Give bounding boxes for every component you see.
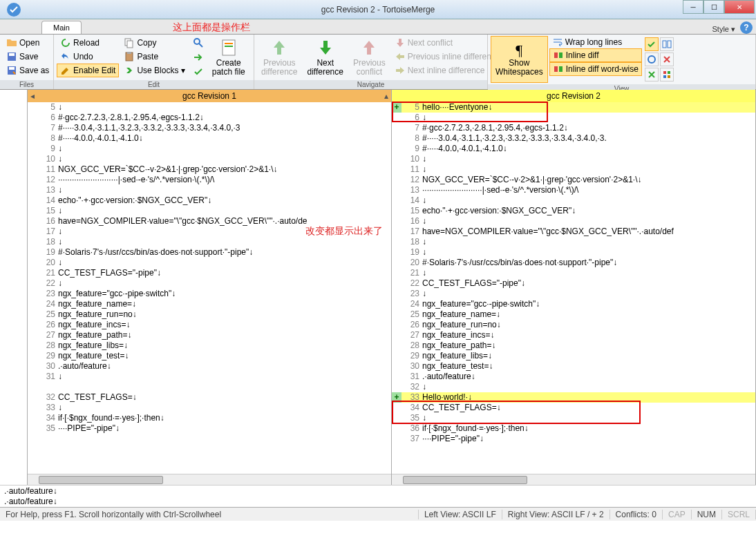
code-line[interactable]: 29ngx_feature_libs=↓	[392, 351, 755, 361]
code-line[interactable]: 17have=NGX_COMPILER·value="\"gcc·$NGX_GC…	[392, 227, 755, 237]
left-content[interactable]: 5↓6#·gcc·2.7.2.3,·2.8.1,·2.95.4,·egcs-1.…	[28, 102, 391, 474]
wrap-lines-toggle[interactable]: Wrap long lines	[549, 36, 642, 48]
code-line[interactable]: 26ngx_feature_incs=↓	[28, 320, 391, 330]
code-line[interactable]: 35↓	[392, 413, 755, 423]
code-line[interactable]: 24ngx_feature_name=↓	[28, 299, 391, 309]
code-line[interactable]: 8#·····4.0.0,·4.0.1,·4.1.0↓	[28, 133, 391, 144]
show-whitespace-button[interactable]: ¶Show Whitespaces	[491, 36, 548, 83]
code-line[interactable]: 5↓	[28, 102, 391, 113]
code-line[interactable]: 32CC_TEST_FLAGS=↓	[28, 392, 391, 403]
enable-edit-button[interactable]: Enable Edit	[57, 64, 119, 77]
view-opt-5[interactable]	[645, 68, 659, 81]
code-line[interactable]: 27ngx_feature_path=↓	[28, 330, 391, 340]
next-conflict-button[interactable]: Next conflict	[391, 36, 504, 50]
copy-button[interactable]: Copy	[120, 36, 188, 50]
code-line[interactable]: 14↓	[392, 195, 755, 206]
help-button[interactable]: ?	[740, 21, 753, 34]
code-line[interactable]: 23↓	[392, 289, 755, 299]
code-line[interactable]: +33Hello·world!·↓	[392, 392, 755, 403]
check-icon[interactable]	[193, 66, 204, 77]
code-line[interactable]: 18↓	[392, 237, 755, 247]
code-line[interactable]: 30ngx_feature_test=↓	[392, 361, 755, 372]
code-line[interactable]: 35····PIPE="-pipe"↓	[28, 423, 391, 434]
code-line[interactable]: 24ngx_feature="gcc·-pipe·switch"↓	[392, 299, 755, 309]
left-hscroll[interactable]	[28, 474, 391, 485]
code-line[interactable]: 6↓	[392, 113, 755, 123]
code-line[interactable]: 37····PIPE="-pipe"↓	[392, 434, 755, 444]
prev-conflict-button[interactable]: Previous conflict	[349, 36, 390, 79]
save-as-button[interactable]: Save as	[3, 64, 50, 77]
code-line[interactable]: 15echo·"·+·gcc·version:·$NGX_GCC_VER"↓	[392, 206, 755, 216]
tab-main[interactable]: Main	[41, 21, 82, 34]
maximize-button[interactable]: ☐	[703, 0, 724, 14]
code-line[interactable]: 12NGX_GCC_VER=`$CC·-v·2>&1·|·grep·'gcc·v…	[392, 175, 755, 185]
undo-button[interactable]: Undo	[57, 50, 119, 64]
code-line[interactable]: 29ngx_feature_test=↓	[28, 351, 391, 361]
next-inline-button[interactable]: Next inline difference	[391, 64, 504, 77]
code-line[interactable]: 27ngx_feature_incs=↓	[392, 330, 755, 340]
code-line[interactable]: 18↓	[28, 237, 391, 247]
code-line[interactable]: 33↓	[28, 403, 391, 413]
find-icon[interactable]	[193, 37, 204, 48]
code-line[interactable]	[28, 382, 391, 392]
code-line[interactable]: 9↓	[28, 144, 391, 154]
code-line[interactable]: 9#·····4.0.0,·4.0.1,·4.1.0↓	[392, 144, 755, 154]
use-blocks-button[interactable]: Use Blocks ▾	[120, 64, 188, 77]
code-line[interactable]: 34CC_TEST_FLAGS=↓	[392, 403, 755, 413]
save-button[interactable]: Save	[3, 50, 50, 64]
code-line[interactable]: 13↓	[28, 185, 391, 195]
right-hscroll[interactable]	[392, 474, 755, 485]
prev-diff-button[interactable]: Previous difference	[257, 36, 301, 79]
code-line[interactable]: 28ngx_feature_path=↓	[392, 340, 755, 351]
code-line[interactable]: 14echo·"·+·gcc·version:·$NGX_GCC_VER"↓	[28, 195, 391, 206]
view-opt-4[interactable]	[660, 52, 674, 66]
code-line[interactable]: 19↓	[392, 247, 755, 258]
code-line[interactable]: 28ngx_feature_libs=↓	[28, 340, 391, 351]
paste-button[interactable]: Paste	[120, 50, 188, 64]
code-line[interactable]: 30.·auto/feature↓	[28, 361, 391, 372]
close-button[interactable]: ✕	[724, 0, 755, 14]
code-line[interactable]: 12··························|·sed·-e·'s/…	[28, 175, 391, 185]
code-line[interactable]: 19#·Solaris·7's·/usr/ccs/bin/as·does·not…	[28, 247, 391, 258]
open-button[interactable]: Open	[3, 36, 50, 50]
code-line[interactable]: 31↓	[28, 372, 391, 382]
view-opt-1[interactable]	[645, 37, 659, 51]
locator-bar[interactable]	[0, 90, 28, 485]
prev-inline-button[interactable]: Previous inline difference	[391, 50, 504, 64]
code-line[interactable]: 23ngx_feature="gcc·-pipe·switch"↓	[28, 289, 391, 299]
code-line[interactable]: 15↓	[28, 206, 391, 216]
code-line[interactable]: 8#·····3.0.4,·3.1.1,·3.2.3,·3.3.2,·3.3.3…	[392, 133, 755, 144]
code-line[interactable]: 6#·gcc·2.7.2.3,·2.8.1,·2.95.4,·egcs-1.1.…	[28, 113, 391, 123]
code-line[interactable]: 11NGX_GCC_VER=`$CC·-v·2>&1·|·grep·'gcc·v…	[28, 164, 391, 175]
next-diff-button[interactable]: Next difference	[303, 36, 347, 79]
code-line[interactable]: 26ngx_feature_run=no↓	[392, 320, 755, 330]
code-line[interactable]: 25ngx_feature_run=no↓	[28, 309, 391, 320]
code-line[interactable]: 7#·····3.0.4,·3.1.1,·3.2.3,·3.3.2,·3.3.3…	[28, 123, 391, 133]
code-line[interactable]: 32↓	[392, 382, 755, 392]
collapse-left-icon[interactable]: ◂	[30, 91, 35, 101]
view-opt-2[interactable]	[660, 37, 674, 51]
collapse-right-icon[interactable]: ▴	[384, 91, 388, 101]
goto-icon[interactable]	[193, 52, 204, 63]
right-content[interactable]: +5hello····Eventyone↓6↓7#·gcc·2.7.2.3,·2…	[392, 102, 755, 474]
code-line[interactable]: 31.·auto/feature↓	[392, 372, 755, 382]
code-line[interactable]: +5hello····Eventyone↓	[392, 102, 755, 113]
code-line[interactable]: 22↓	[28, 278, 391, 289]
create-patch-button[interactable]: Create patch file	[208, 36, 249, 79]
code-line[interactable]: 36if·[·$ngx_found·=·yes·];·then↓	[392, 423, 755, 434]
code-line[interactable]: 10↓	[392, 154, 755, 164]
code-line[interactable]: 13··························|·sed·-e·'s/…	[392, 185, 755, 195]
code-line[interactable]: 10↓	[28, 154, 391, 164]
view-opt-6[interactable]	[660, 68, 674, 81]
code-line[interactable]: 34if·[·$ngx_found·=·yes·];·then↓	[28, 413, 391, 423]
style-dropdown[interactable]: Style ▾	[712, 25, 735, 34]
code-line[interactable]: 7#·gcc·2.7.2.3,·2.8.1,·2.95.4,·egcs-1.1.…	[392, 123, 755, 133]
code-line[interactable]: 21↓	[392, 268, 755, 278]
inline-diff-ww-toggle[interactable]: Inline diff word-wise	[549, 62, 642, 76]
code-line[interactable]: 20↓	[28, 258, 391, 268]
code-line[interactable]: 25ngx_feature_name=↓	[392, 309, 755, 320]
code-line[interactable]: 16↓	[392, 216, 755, 227]
reload-button[interactable]: Reload	[57, 36, 119, 50]
code-line[interactable]: 20#·Solaris·7's·/usr/ccs/bin/as·does·not…	[392, 258, 755, 268]
inline-diff-toggle[interactable]: Inline diff	[549, 48, 642, 62]
